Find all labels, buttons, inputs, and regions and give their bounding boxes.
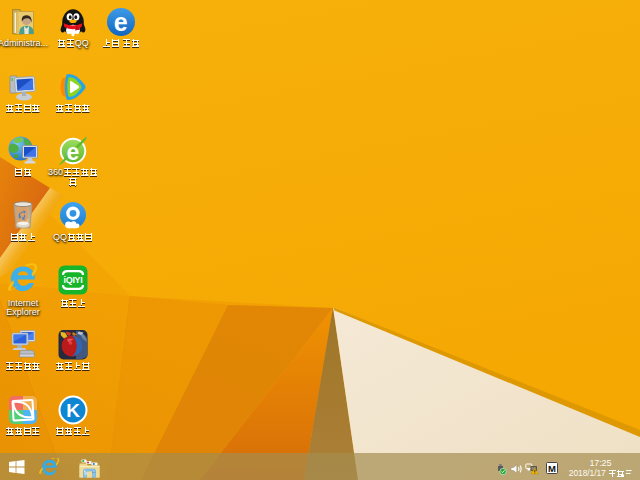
svg-text:M: M xyxy=(548,463,556,474)
svg-text:e: e xyxy=(67,139,80,165)
svg-text:e: e xyxy=(114,8,128,36)
svg-text:iQIYI: iQIYI xyxy=(63,275,82,285)
svg-text:K: K xyxy=(66,400,80,421)
